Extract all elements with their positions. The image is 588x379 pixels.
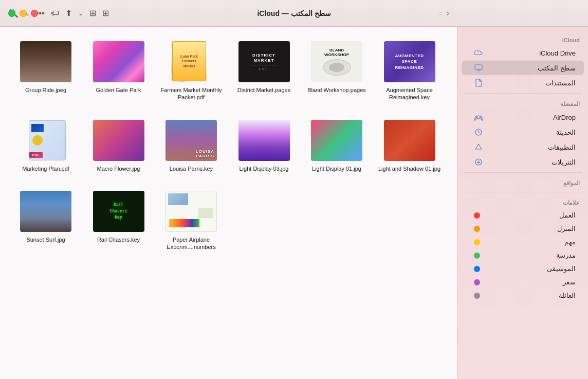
file-area[interactable]: Group Ride.jpeg Golden Gate Park Luna Pa… <box>0 27 457 379</box>
sidebar-item-airdrop[interactable]: AirDrop <box>462 110 584 124</box>
sidebar-item-tag-family[interactable]: العائلة <box>462 289 584 302</box>
file-item[interactable]: AUGMENTEDSPACEREIMAGINED Augmented Space… <box>376 37 443 105</box>
navigation: ‹ › <box>439 8 449 19</box>
file-name: Golden Gate Park <box>96 86 141 94</box>
file-name: Light Display 03.jpg <box>239 165 288 172</box>
recents-icon <box>474 128 483 137</box>
sidebar-section-icloud: iCloud <box>457 33 588 45</box>
file-name: Light Display 01.jpg <box>312 165 361 172</box>
file-name: Augmented Space Reimagined.key <box>378 86 441 101</box>
file-thumbnail: PDF <box>20 120 71 161</box>
sidebar-item-label: مهم <box>480 238 576 246</box>
sidebar-item-label: سطح المكتب <box>483 64 576 72</box>
tag-color-travel <box>474 279 480 285</box>
tag-color-music <box>474 266 480 272</box>
sidebar-item-tag-music[interactable]: الموسيقى <box>462 262 584 275</box>
main-container: Group Ride.jpeg Golden Gate Park Luna Pa… <box>0 27 588 379</box>
svg-rect-0 <box>475 65 482 69</box>
share-icon[interactable]: ⬆ <box>65 8 72 18</box>
file-item[interactable]: PDF Marketing Plan.pdf <box>12 116 79 176</box>
tag-color-work <box>474 212 480 219</box>
sidebar-item-documents[interactable]: المستندات <box>462 76 584 90</box>
grid-icon[interactable]: ⊞ <box>102 8 109 18</box>
downloads-icon <box>474 157 483 167</box>
file-thumbnail: Luna ParkFarmersMarket <box>166 41 217 82</box>
sidebar-item-icloud-drive[interactable]: iCloud Drive <box>462 46 584 60</box>
sidebar-item-label: العائلة <box>480 292 576 299</box>
tag-color-important <box>474 239 480 245</box>
file-item[interactable]: DISTRICTMARKET EST. District Market.page… <box>231 37 298 105</box>
file-item[interactable]: Group Ride.jpeg <box>12 37 79 105</box>
file-item[interactable]: Macro Flower.jpg <box>85 116 152 176</box>
sidebar-item-tag-home[interactable]: المنزل <box>462 222 584 235</box>
chevron-down2-icon[interactable]: ⌄ <box>78 10 83 17</box>
file-thumbnail <box>311 120 362 161</box>
file-thumbnail <box>238 120 290 161</box>
file-name: Light and Shadow 01.jpg <box>378 165 440 172</box>
file-item[interactable]: BLANDWORKSHOP Bland Workshop.pages <box>303 37 370 105</box>
desktop-icon <box>474 63 483 73</box>
close-button[interactable] <box>31 10 38 17</box>
sidebar-item-tag-school[interactable]: مدرسة <box>462 249 584 262</box>
sidebar-item-label: التطبيقات <box>483 143 576 151</box>
airdrop-icon <box>474 113 483 122</box>
sidebar-item-tag-important[interactable]: مهم <box>462 236 584 248</box>
sidebar-item-tag-work[interactable]: العمل <box>462 209 584 222</box>
tag-icon[interactable]: 🏷 <box>51 9 59 18</box>
file-item[interactable]: LOUISAPARRIS Louisa Parris.key <box>158 116 225 176</box>
sidebar-section-tags: علامات <box>457 195 588 208</box>
sidebar-section-favorites: المفضلة <box>457 97 588 110</box>
file-item[interactable]: Paper Airplane Experim....numbers <box>158 187 225 255</box>
file-item[interactable]: Golden Gate Park <box>85 37 152 105</box>
titlebar: 🔍 ⌄ ••• 🏷 ⬆ ⌄ ⊞ ⊞ سطح المكتب — iCloud ‹ … <box>0 0 588 27</box>
sidebar-divider <box>464 172 582 173</box>
file-thumbnail <box>166 191 217 232</box>
file-thumbnail: LOUISAPARRIS <box>166 120 217 161</box>
file-item[interactable]: Sunset Surf.jpg <box>12 187 79 255</box>
maximize-button[interactable] <box>8 10 15 17</box>
file-name: Bland Workshop.pages <box>307 86 366 94</box>
file-thumbnail: DISTRICTMARKET EST. <box>238 41 290 82</box>
file-thumbnail <box>20 41 71 82</box>
back-button[interactable]: ‹ <box>439 8 442 19</box>
file-item[interactable]: Light Display 03.jpg <box>231 116 298 176</box>
view-icon[interactable]: ⊞ <box>89 8 96 18</box>
file-thumbnail <box>384 120 435 161</box>
documents-icon <box>474 78 483 87</box>
sidebar-item-desktop[interactable]: سطح المكتب <box>462 61 584 75</box>
file-name: Paper Airplane Experim....numbers <box>160 236 223 251</box>
sidebar-item-downloads[interactable]: التنزيلات <box>462 155 584 169</box>
tag-color-home <box>474 226 480 232</box>
sidebar: iCloud iCloud Drive سطح المكتب المستندات… <box>457 27 588 379</box>
window-title: سطح المكتب — iCloud <box>257 9 330 17</box>
icloud-drive-icon <box>474 48 483 58</box>
tag-color-family <box>474 293 480 299</box>
tag-color-school <box>474 252 480 259</box>
sidebar-item-label: AirDrop <box>483 114 576 121</box>
file-item[interactable]: Light Display 01.jpg <box>303 116 370 176</box>
sidebar-item-recents[interactable]: الحديثة <box>462 125 584 139</box>
applications-icon <box>474 142 483 152</box>
sidebar-item-label: الحديثة <box>483 129 576 136</box>
sidebar-item-applications[interactable]: التطبيقات <box>462 140 584 154</box>
file-name: Rail Chasers.key <box>97 236 140 243</box>
file-name: Group Ride.jpeg <box>25 86 66 94</box>
file-thumbnail: RailChaserskey <box>93 191 144 232</box>
window-controls <box>8 10 38 17</box>
file-item[interactable]: Luna ParkFarmersMarket Farmers Market Mo… <box>158 37 225 105</box>
file-thumbnail <box>20 191 71 232</box>
file-item[interactable]: Light and Shadow 01.jpg <box>376 116 443 176</box>
forward-button[interactable]: › <box>446 8 449 19</box>
file-thumbnail: AUGMENTEDSPACEREIMAGINED <box>384 41 435 82</box>
file-item[interactable]: RailChaserskey Rail Chasers.key <box>85 187 152 255</box>
sidebar-item-tag-travel[interactable]: سفر <box>462 276 584 288</box>
minimize-button[interactable] <box>20 10 27 17</box>
sidebar-item-label: مدرسة <box>480 251 576 259</box>
file-thumbnail: BLANDWORKSHOP <box>311 41 362 82</box>
svg-point-1 <box>477 116 480 119</box>
sidebar-item-label: التنزيلات <box>483 158 576 166</box>
sidebar-item-label: الموسيقى <box>480 265 576 273</box>
file-name: Farmers Market Monthly Packet.pdf <box>160 86 223 101</box>
file-thumbnail <box>93 120 144 161</box>
file-name: District Market.pages <box>237 86 290 94</box>
